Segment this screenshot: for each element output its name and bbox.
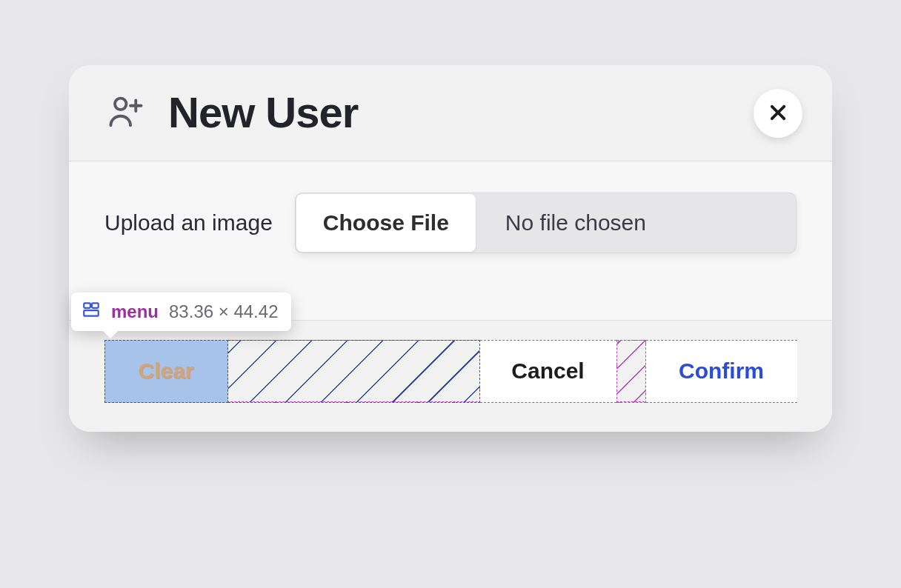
footer-button-row: Clear Cancel Confirm: [104, 340, 797, 402]
close-icon: [768, 102, 788, 125]
tooltip-dimensions: 83.36 × 44.42: [169, 301, 278, 322]
svg-rect-5: [84, 303, 90, 308]
clear-button[interactable]: Clear: [104, 340, 228, 403]
upload-label: Upload an image: [104, 210, 273, 235]
choose-file-button[interactable]: Choose File: [296, 194, 476, 252]
button-gap: [616, 340, 646, 403]
layout-icon: [82, 300, 101, 324]
dialog-header: New User: [69, 65, 832, 161]
file-picker: Choose File No file chosen: [295, 193, 797, 253]
svg-rect-7: [84, 310, 99, 316]
clear-button-label: Clear: [138, 358, 193, 383]
new-user-dialog: New User Upload an image Choose File No …: [69, 65, 832, 432]
close-button[interactable]: [754, 89, 802, 138]
devtools-tooltip: menu 83.36 × 44.42: [71, 293, 291, 331]
confirm-button[interactable]: Confirm: [646, 340, 797, 403]
cancel-button[interactable]: Cancel: [480, 340, 616, 403]
dialog-title: New User: [168, 87, 358, 137]
dialog-footer: menu 83.36 × 44.42 Clear Cancel Confirm: [69, 320, 832, 432]
file-status-text: No file chosen: [477, 193, 797, 253]
svg-point-0: [115, 98, 126, 109]
svg-rect-6: [92, 303, 99, 308]
user-plus-icon: [104, 90, 147, 136]
flex-spacer: [228, 340, 480, 403]
tooltip-tag: menu: [111, 301, 159, 322]
upload-row: Upload an image Choose File No file chos…: [104, 193, 797, 253]
